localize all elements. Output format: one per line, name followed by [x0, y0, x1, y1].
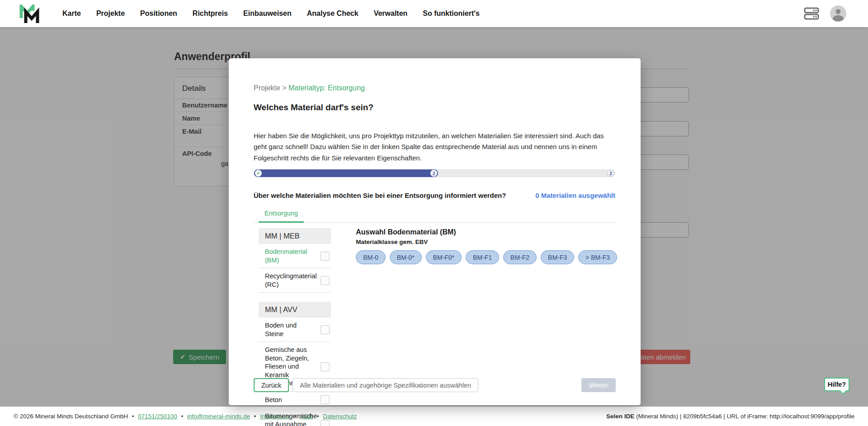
question-text: Über welche Materialien möchten Sie bei …: [254, 192, 506, 199]
chip-gt-bm-f3[interactable]: > BM-F3: [578, 250, 617, 264]
breadcrumb-current: Materialtyp: Entsorgung: [288, 84, 365, 92]
top-navbar: Karte Projekte Positionen Richtpreis Ein…: [0, 0, 868, 27]
nav-right-controls: [804, 0, 846, 27]
next-button-disabled[interactable]: Weiter: [581, 378, 616, 392]
breadcrumb-projekte[interactable]: Projekte: [254, 84, 280, 92]
tab-bar: Entsorgung: [254, 209, 615, 223]
material-checkbox[interactable]: [321, 420, 330, 426]
chip-bm-0star[interactable]: BM-0*: [390, 250, 422, 264]
material-checkbox[interactable]: [321, 395, 330, 404]
nav-item-richtpreis[interactable]: Richtpreis: [193, 9, 228, 18]
nav-item-einbauweisen[interactable]: Einbauweisen: [243, 9, 292, 18]
material-label: Bodenmaterial (BM): [265, 248, 317, 264]
selected-count-link[interactable]: 0 Materialien ausgewählt: [535, 192, 615, 199]
nav-item-positionen[interactable]: Positionen: [140, 9, 177, 18]
modal-description: Hier haben Sie die Möglichkeit, uns pro …: [254, 131, 616, 164]
modal-title: Welches Material darf's sein?: [254, 103, 616, 112]
email-link[interactable]: info@mineral-minds.de: [187, 413, 250, 420]
server-icon[interactable]: [804, 7, 819, 20]
material-label: Boden und Steine: [265, 321, 317, 338]
material-row-boden-und-steine[interactable]: Boden und Steine: [259, 318, 331, 342]
select-all-materials-button[interactable]: Alle Materialien und zugehörige Spezifik…: [292, 378, 478, 392]
selection-panel: Auswahl Bodenmaterial (BM) Materialklass…: [356, 228, 617, 426]
footer-separator: •: [181, 413, 183, 420]
material-label: Bitumengemische mit Ausnahme von 01* und…: [265, 412, 317, 426]
nav-item-projekte[interactable]: Projekte: [96, 9, 125, 18]
footer-right: Selen IDE (Mineral Minds) | 8209b5fc54a6…: [606, 413, 854, 420]
material-row-bitumengemische[interactable]: Bitumengemische mit Ausnahme von 01* und…: [259, 408, 331, 426]
tab-entsorgung[interactable]: Entsorgung: [259, 210, 304, 223]
iframe-info: (Mineral Minds) | 8209b5fc54a6 | URL of …: [634, 413, 854, 420]
material-checkbox[interactable]: [321, 325, 330, 334]
selection-panel-title: Auswahl Bodenmaterial (BM): [356, 228, 617, 236]
group-header-mm-avv: MM | AVV: [259, 302, 331, 318]
question-row: Über welche Materialien möchten Sie bei …: [254, 192, 615, 199]
material-checkbox[interactable]: [321, 252, 330, 261]
progress-bar: ✓ 2 3: [254, 169, 615, 177]
user-avatar-icon[interactable]: [830, 5, 846, 22]
modal-footer: Zurück Alle Materialien und zugehörige S…: [254, 378, 616, 392]
progress-step-3: 3: [607, 170, 614, 177]
material-row-recyclingmaterial[interactable]: Recyclingmaterial (RC): [259, 268, 331, 293]
footer-separator: •: [132, 413, 134, 420]
nav-item-analyse-check[interactable]: Analyse Check: [307, 9, 359, 18]
material-checkbox[interactable]: [321, 276, 330, 285]
chip-bm-f3[interactable]: BM-F3: [541, 250, 574, 264]
material-label: Beton: [265, 396, 282, 404]
modal-main: MM | MEB Bodenmaterial (BM) Recyclingmat…: [254, 228, 616, 426]
material-checkbox[interactable]: [321, 362, 330, 371]
chip-bm-f0star[interactable]: BM-F0*: [426, 250, 462, 264]
material-class-chips: BM-0 BM-0* BM-F0* BM-F1 BM-F2 BM-F3 > BM…: [356, 250, 617, 264]
material-selection-modal: Projekte > Materialtyp: Entsorgung Welch…: [229, 58, 641, 405]
copyright-text: © 2026 Mineral Minds Deutschland GmbH: [14, 413, 128, 420]
group-header-mm-meb: MM | MEB: [259, 228, 331, 244]
nav-menu: Karte Projekte Positionen Richtpreis Ein…: [62, 9, 480, 18]
chip-bm-f1[interactable]: BM-F1: [466, 250, 499, 264]
phone-link[interactable]: 07151/250100: [138, 413, 177, 420]
material-row-beton[interactable]: Beton: [259, 392, 331, 408]
selection-panel-subtitle: Materialklasse gem. EBV: [356, 239, 617, 245]
material-label: Recyclingmaterial (RC): [265, 272, 317, 289]
material-row-bodenmaterial[interactable]: Bodenmaterial (BM): [259, 244, 331, 268]
mineral-minds-logo[interactable]: [19, 5, 40, 23]
progress-fill: [254, 169, 438, 177]
nav-item-karte[interactable]: Karte: [62, 9, 81, 18]
nav-item-so-funktionierts[interactable]: So funktioniert's: [423, 9, 480, 18]
back-button[interactable]: Zurück: [254, 378, 289, 392]
material-list: MM | MEB Bodenmaterial (BM) Recyclingmat…: [259, 228, 331, 426]
chip-bm-f2[interactable]: BM-F2: [503, 250, 537, 264]
breadcrumb-separator: >: [282, 84, 286, 92]
nav-item-verwalten[interactable]: Verwalten: [374, 9, 408, 18]
chip-bm-0[interactable]: BM-0: [356, 250, 385, 264]
help-button[interactable]: Hilfe?: [824, 378, 849, 391]
breadcrumb: Projekte > Materialtyp: Entsorgung: [254, 84, 616, 92]
